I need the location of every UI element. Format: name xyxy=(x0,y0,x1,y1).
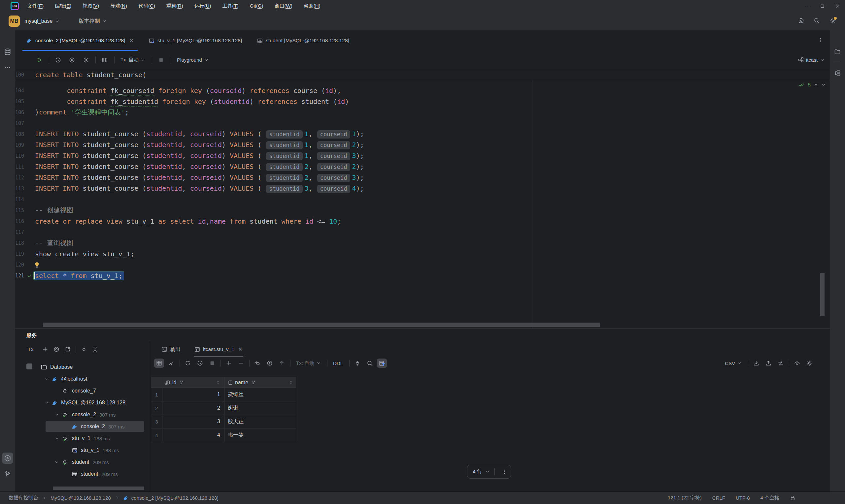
tree-node-stu_v_1[interactable]: stu_v_1188 ms xyxy=(15,432,150,444)
compare-data-button[interactable] xyxy=(776,359,786,368)
menu-u[interactable]: 运行(U) xyxy=(194,3,211,9)
result-pager[interactable]: 4 行 xyxy=(467,465,511,479)
stop-button[interactable] xyxy=(156,55,167,65)
code-line-111[interactable]: 111INSERT INTO student_course (studentid… xyxy=(15,161,830,172)
auto-refresh-button[interactable] xyxy=(195,359,205,368)
tx-mode-selector[interactable]: Tx: 自动 xyxy=(294,360,323,366)
code-line-113[interactable]: 113INSERT INTO student_course (studentid… xyxy=(15,183,830,194)
pin-tab-button[interactable] xyxy=(353,359,363,368)
expand-all-button[interactable] xyxy=(79,345,88,354)
tree-node-stu_v_1[interactable]: stu_v_1188 ms xyxy=(15,444,150,456)
breadcrumb-item-2[interactable]: console_2 [MySQL-@192.168.128.128] xyxy=(123,495,218,501)
more-tool-button[interactable] xyxy=(2,62,13,73)
cell-id[interactable]: 4 xyxy=(162,429,225,442)
submit-button[interactable] xyxy=(265,359,275,368)
status-breadcrumb[interactable]: 数据库控制台MySQL-@192.168.128.128console_2 [M… xyxy=(8,495,218,501)
tab-close-icon[interactable]: ✕ xyxy=(130,38,134,43)
run-button[interactable] xyxy=(34,55,45,65)
menu-e[interactable]: 编辑(E) xyxy=(55,3,71,9)
add-row-button[interactable] xyxy=(224,359,234,368)
cell-id[interactable]: 3 xyxy=(162,415,225,428)
db-structure-tool-button[interactable] xyxy=(832,68,843,79)
code-line-121[interactable]: 121select * from stu_v_1; xyxy=(15,270,830,281)
tree-expand-chevron-icon[interactable] xyxy=(53,436,60,441)
tree-node-console_2[interactable]: console_2307 ms xyxy=(15,409,150,420)
sort-icon[interactable] xyxy=(216,380,220,384)
menu-r[interactable]: 重构(R) xyxy=(166,3,183,9)
tree-node-console_7[interactable]: console_7 xyxy=(15,385,150,397)
code-line[interactable] xyxy=(15,80,830,85)
code-line-120[interactable]: 120 xyxy=(15,259,830,270)
menu-n[interactable]: 导航(N) xyxy=(110,3,127,9)
code-line-119[interactable]: 119show create view stu_v_1; xyxy=(15,248,830,259)
find-button[interactable] xyxy=(365,359,375,368)
tx-mode-selector[interactable]: Tx: 自动 xyxy=(118,57,148,63)
ddl-selector[interactable]: DDL xyxy=(330,361,346,366)
editor-tab-1[interactable]: stu_v_1 [MySQL-@192.168.128.128] xyxy=(145,30,246,51)
chevron-down-icon[interactable] xyxy=(821,83,826,87)
tree-node-@localhost[interactable]: @localhost xyxy=(15,373,150,385)
table-row[interactable]: 22谢逊 xyxy=(151,401,296,415)
status-widget-1[interactable]: CRLF xyxy=(712,495,725,501)
vcs-selector[interactable]: 版本控制 xyxy=(78,18,107,25)
add-service-button[interactable] xyxy=(40,345,50,354)
code-line-116[interactable]: 116create or replace view stu_v_1 as sel… xyxy=(15,216,830,227)
cell-name[interactable]: 殷天正 xyxy=(225,415,296,428)
code-line-107[interactable]: 107 xyxy=(15,118,830,129)
schema-selector[interactable]: itcast xyxy=(798,57,825,63)
folder-tool-button[interactable] xyxy=(832,46,843,57)
cell-id[interactable]: 1 xyxy=(162,388,225,401)
tree-node-student[interactable]: student209 ms xyxy=(15,456,150,468)
project-selector[interactable]: mysql_base xyxy=(24,18,59,24)
settings-button[interactable] xyxy=(830,18,836,25)
data-view-button[interactable] xyxy=(154,359,164,368)
menu-t[interactable]: 工具(T) xyxy=(223,3,239,9)
push-button[interactable] xyxy=(277,359,287,368)
tree-horizontal-scrollbar[interactable] xyxy=(53,487,144,490)
window-maximize-button[interactable] xyxy=(815,0,830,12)
window-minimize-button[interactable] xyxy=(799,0,815,12)
open-in-new-tab-button[interactable] xyxy=(63,345,72,354)
breadcrumb-item-0[interactable]: 数据库控制台 xyxy=(8,495,38,501)
menu-w[interactable]: 窗口(W) xyxy=(275,3,293,9)
editor-tab-2[interactable]: student [MySQL-@192.168.128.128] xyxy=(253,30,353,51)
export-data-button[interactable] xyxy=(751,359,761,368)
table-row[interactable]: 33殷天正 xyxy=(151,415,296,429)
tree-node-MySQL@192.168.128.128[interactable]: MySQL-@192.168.128.128 xyxy=(15,397,150,409)
status-widget-0[interactable]: 121:1 (22 字符) xyxy=(668,495,702,501)
layout-button[interactable] xyxy=(99,55,110,65)
revert-button[interactable] xyxy=(252,359,262,368)
code-line-114[interactable]: 114 xyxy=(15,194,830,205)
funnel-icon[interactable] xyxy=(179,380,184,385)
code-line-117[interactable]: 117 xyxy=(15,227,830,237)
pager-menu-button[interactable] xyxy=(499,469,509,475)
reload-button[interactable] xyxy=(183,359,193,368)
intention-bulb-icon[interactable] xyxy=(34,262,40,268)
git-branch-tool-button[interactable] xyxy=(2,468,13,480)
filter-button[interactable] xyxy=(377,359,387,368)
grid-settings-button[interactable] xyxy=(805,359,814,368)
menu-v[interactable]: 视图(V) xyxy=(83,3,99,9)
tree-expand-chevron-icon[interactable] xyxy=(53,460,60,464)
lock-open-icon[interactable] xyxy=(790,495,795,501)
parameters-button[interactable] xyxy=(66,55,77,65)
window-close-button[interactable] xyxy=(830,0,845,12)
export-format-selector[interactable]: CSV xyxy=(722,361,744,366)
code-line-108[interactable]: 108INSERT INTO student_course (studentid… xyxy=(15,129,830,140)
sql-editor[interactable]: 100create table student_course( 104 cons… xyxy=(15,69,830,328)
editor-vertical-scrollbar[interactable] xyxy=(820,273,825,316)
status-widget-2[interactable]: UTF-8 xyxy=(736,495,750,501)
search-button[interactable] xyxy=(814,17,820,25)
menu-f[interactable]: 文件(F) xyxy=(28,3,43,9)
tree-expand-chevron-icon[interactable] xyxy=(43,377,50,381)
column-header-id[interactable]: id xyxy=(162,377,225,388)
show-services-button[interactable] xyxy=(52,345,61,354)
cell-name[interactable]: 韦一笑 xyxy=(225,429,296,442)
tree-node-console_2[interactable]: console_2307 ms xyxy=(15,420,150,432)
tabs-more-button[interactable] xyxy=(817,37,823,44)
delete-row-button[interactable] xyxy=(236,359,246,368)
tree-node-student[interactable]: student209 ms xyxy=(15,468,150,480)
inspection-widget[interactable]: 5 xyxy=(798,82,826,87)
menu-c[interactable]: 代码(C) xyxy=(138,3,155,9)
tx-toggle-button[interactable]: Tx xyxy=(28,346,33,352)
